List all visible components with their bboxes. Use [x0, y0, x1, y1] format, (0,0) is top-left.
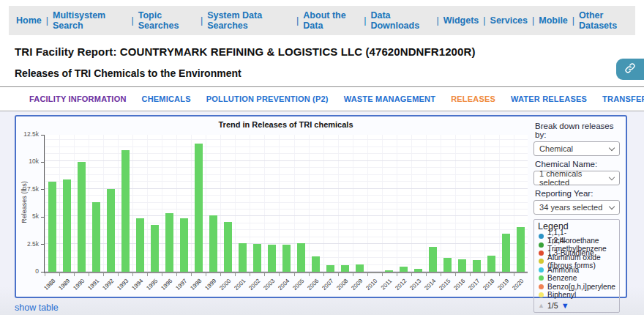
bar-2017[interactable] [473, 260, 481, 272]
bar-1995[interactable] [151, 225, 159, 272]
bar-2014[interactable] [429, 247, 437, 272]
nav-link-home[interactable]: Home [16, 15, 42, 26]
legend-page-up-button[interactable]: ▲ [538, 302, 544, 309]
link-icon [624, 62, 636, 76]
bar-2006[interactable] [312, 256, 320, 272]
legend-item-benzene[interactable]: Benzene [538, 274, 615, 282]
year-selected-value: 34 years selected [539, 203, 602, 212]
tab-facility-information[interactable]: FACILITY INFORMATION [29, 94, 127, 103]
nav-link-other-datasets[interactable]: Other Datasets [579, 10, 635, 31]
bar-1997[interactable] [180, 218, 188, 272]
x-tick-label-2012: 2012 [394, 278, 408, 292]
bar-2012[interactable] [400, 267, 408, 272]
bar-2002[interactable] [253, 244, 261, 272]
tab-water-releases[interactable]: WATER RELEASES [511, 94, 587, 103]
breakdown-select[interactable]: Chemical [533, 141, 620, 156]
legend-item-aluminum-oxide-fibrous-forms[interactable]: Aluminum oxide (fibrous forms) [538, 257, 615, 265]
y-tick-label-2-5k: 2.5k [27, 240, 39, 248]
nav-link-topic-searches[interactable]: Topic Searches [138, 10, 196, 31]
bar-1996[interactable] [165, 213, 173, 272]
bar-2004[interactable] [282, 245, 291, 272]
x-tick-label-2003: 2003 [262, 278, 276, 292]
x-tick-label-1994: 1994 [130, 278, 144, 292]
nav-link-services[interactable]: Services [490, 15, 528, 26]
nav-link-system-data-searches[interactable]: System Data Searches [207, 10, 292, 31]
y-tick-mark [41, 244, 45, 245]
legend-page-indicator: 1/5 [547, 301, 558, 310]
y-tick-label-12-5k: 12.5k [23, 130, 39, 138]
x-tick-label-2005: 2005 [291, 278, 305, 292]
legend-item-1-2-4-trimethylbenzene[interactable]: 1,2,4-Trimethylbenzene [538, 240, 615, 248]
bar-1999[interactable] [209, 215, 217, 272]
legend-item-label: Ammonia [547, 266, 579, 274]
legend-items: 1,1,1-Trichloroethane1,2,4-Trimethylbenz… [538, 232, 615, 299]
bar-2009[interactable] [356, 264, 364, 272]
bar-slot-1992 [103, 135, 118, 272]
bar-1991[interactable] [92, 202, 100, 272]
tab-releases[interactable]: RELEASES [451, 94, 495, 103]
nav-separator: | [532, 15, 534, 26]
bar-slot-1991 [89, 135, 103, 272]
bar-2008[interactable] [341, 265, 349, 272]
bar-1989[interactable] [63, 179, 71, 272]
nav-link-mobile[interactable]: Mobile [539, 15, 568, 26]
bar-slot-2012 [396, 135, 411, 272]
bar-1992[interactable] [107, 189, 115, 272]
y-tick-label-7-5k: 7.5k [27, 185, 39, 193]
legend-item-label: Benzene [547, 274, 577, 282]
bar-1998[interactable] [195, 144, 203, 272]
show-table-link[interactable]: show table [15, 303, 59, 313]
bar-slot-2003 [264, 135, 279, 272]
bar-2007[interactable] [326, 265, 334, 272]
x-tick-label-2010: 2010 [364, 278, 378, 292]
bar-2020[interactable] [517, 227, 525, 272]
bar-1994[interactable] [136, 218, 144, 272]
nav-separator: | [572, 15, 574, 26]
chevron-down-icon [609, 203, 615, 209]
bar-2018[interactable] [487, 256, 495, 272]
legend-dot-icon [539, 267, 544, 273]
legend-page-down-button[interactable]: ▼ [561, 301, 569, 310]
legend-item-benzo-g-h-i-perylene[interactable]: Benzo[g,h,i]perylene [538, 282, 615, 290]
chart-sidebar: Break down releases by: Chemical Chemica… [530, 116, 626, 297]
nav-link-data-downloads[interactable]: Data Downloads [370, 10, 432, 31]
bar-slot-2018 [484, 135, 498, 272]
bar-2016[interactable] [458, 259, 466, 272]
reporting-year-select[interactable]: 34 years selected [533, 200, 620, 215]
share-link-button[interactable] [616, 59, 644, 80]
nav-link-multisystem-search[interactable]: Multisystem Search [53, 10, 127, 31]
bar-1990[interactable] [78, 162, 86, 272]
chemical-name-select[interactable]: 1 chemicals selected [533, 171, 620, 185]
bar-1988[interactable] [48, 182, 56, 272]
bar-2001[interactable] [239, 243, 247, 272]
x-tick-label-2000: 2000 [218, 278, 232, 292]
tab-waste-management[interactable]: WASTE MANAGEMENT [344, 94, 435, 103]
bar-2019[interactable] [502, 234, 510, 272]
chart-region: Trend in Releases of TRI chemicals Relea… [16, 116, 530, 297]
bar-slot-2010 [367, 135, 381, 272]
x-tick-label-1989: 1989 [57, 278, 71, 292]
page-subtitle: Releases of TRI Chemicals to the Environ… [15, 67, 644, 79]
legend-item-biphenyl[interactable]: Biphenyl [538, 291, 615, 299]
bar-slot-2013 [411, 135, 425, 272]
tab-transfers[interactable]: TRANSFERS [602, 94, 644, 103]
bar-2000[interactable] [224, 222, 232, 272]
bar-2015[interactable] [443, 258, 452, 272]
nav-link-widgets[interactable]: Widgets [443, 15, 479, 26]
bar-slot-2005 [293, 135, 308, 272]
bar-2013[interactable] [414, 269, 422, 272]
bar-2011[interactable] [385, 270, 393, 272]
x-tick-label-1991: 1991 [86, 278, 100, 292]
nav-link-about-the-data[interactable]: About the Data [303, 10, 359, 31]
bar-2003[interactable] [268, 245, 276, 272]
legend-dot-icon [539, 275, 544, 281]
bar-slot-1993 [118, 135, 132, 272]
legend-dot-icon [539, 259, 544, 264]
bar-2005[interactable] [297, 243, 305, 272]
chevron-down-icon [609, 144, 615, 150]
tab-chemicals[interactable]: CHEMICALS [142, 94, 191, 103]
bar-1993[interactable] [121, 150, 130, 272]
tab-pollution-prevention-p2[interactable]: POLLUTION PREVENTION (P2) [206, 94, 329, 103]
bar-slot-1998 [191, 135, 206, 272]
x-tick-label-2016: 2016 [452, 278, 466, 292]
